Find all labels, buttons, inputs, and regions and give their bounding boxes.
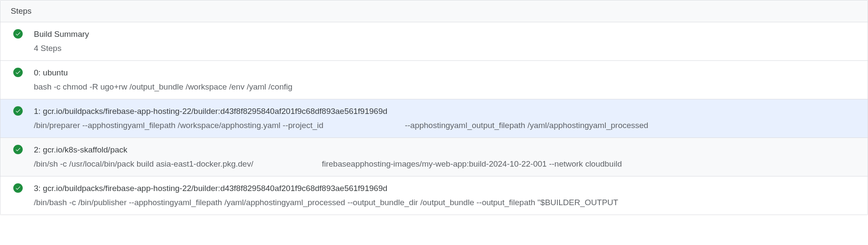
- step-content: 3: gcr.io/buildpacks/firebase-app-hostin…: [34, 182, 857, 209]
- header-title: Steps: [11, 6, 32, 15]
- step-title: 2: gcr.io/k8s-skaffold/pack: [34, 144, 857, 156]
- step-title: 1: gcr.io/buildpacks/firebase-app-hostin…: [34, 105, 857, 118]
- status-icon-col: [13, 105, 24, 116]
- success-icon: [13, 29, 23, 39]
- summary-title: Build Summary: [34, 28, 857, 41]
- status-icon-col: [13, 144, 24, 154]
- step-title: 0: ubuntu: [34, 67, 857, 79]
- status-icon-col: [13, 28, 24, 39]
- success-icon: [13, 106, 23, 116]
- success-icon: [13, 68, 23, 77]
- success-icon: [13, 145, 23, 154]
- step-content: 0: ubuntu bash -c chmod -R ugo+rw /outpu…: [34, 67, 857, 93]
- redacted-gap: [253, 158, 322, 170]
- status-icon-col: [13, 182, 24, 193]
- command-part2: --apphostingyaml_output_filepath /yaml/a…: [405, 120, 857, 132]
- command-part1: /bin/preparer --apphostingyaml_filepath …: [34, 120, 323, 132]
- status-icon-col: [13, 67, 24, 77]
- step-command: /bin/sh -c /usr/local/bin/pack build asi…: [34, 158, 857, 170]
- step-row-2[interactable]: 2: gcr.io/k8s-skaffold/pack /bin/sh -c /…: [0, 138, 868, 176]
- step-title: 3: gcr.io/buildpacks/firebase-app-hostin…: [34, 182, 857, 195]
- step-command: /bin/preparer --apphostingyaml_filepath …: [34, 120, 857, 132]
- build-steps-panel: Steps Build Summary 4 Steps 0: ubuntu ba…: [0, 0, 868, 215]
- redacted-gap: [323, 120, 405, 132]
- success-icon: [13, 183, 23, 193]
- step-content: 1: gcr.io/buildpacks/firebase-app-hostin…: [34, 105, 857, 131]
- summary-subtitle: 4 Steps: [34, 42, 857, 55]
- step-row-0[interactable]: 0: ubuntu bash -c chmod -R ugo+rw /outpu…: [0, 61, 868, 99]
- step-row-1[interactable]: 1: gcr.io/buildpacks/firebase-app-hostin…: [0, 99, 868, 138]
- command-part2: firebaseapphosting-images/my-web-app:bui…: [322, 158, 857, 170]
- build-summary-row[interactable]: Build Summary 4 Steps: [0, 22, 868, 61]
- step-content: 2: gcr.io/k8s-skaffold/pack /bin/sh -c /…: [34, 144, 857, 170]
- step-command: bash -c chmod -R ugo+rw /output_bundle /…: [34, 81, 857, 93]
- steps-header: Steps: [0, 0, 868, 22]
- command-part1: /bin/sh -c /usr/local/bin/pack build asi…: [34, 158, 253, 170]
- step-row-3[interactable]: 3: gcr.io/buildpacks/firebase-app-hostin…: [0, 176, 868, 215]
- summary-content: Build Summary 4 Steps: [34, 28, 857, 54]
- step-command: /bin/bash -c /bin/publisher --apphosting…: [34, 197, 857, 209]
